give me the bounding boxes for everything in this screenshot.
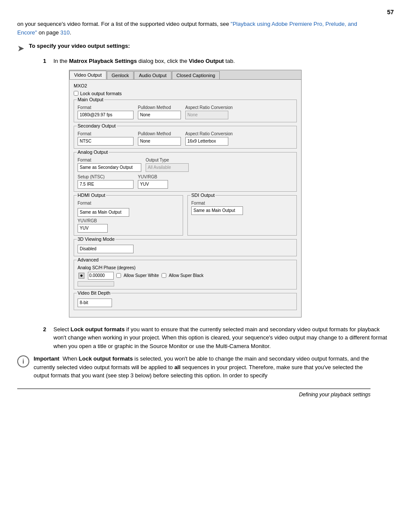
mxo2-label: MXO2 xyxy=(74,83,297,88)
analog-output-type-col: Output Type All Available xyxy=(146,158,189,172)
analog-format-select[interactable]: Same as Secondary Output xyxy=(78,163,141,172)
analog-setup-col: Setup (NTSC) 7.5 IRE xyxy=(78,174,134,189)
hdmi-format-label: Format xyxy=(78,201,179,205)
advanced-row: ◆ Allow Super White Allow Super Black xyxy=(78,272,293,280)
sc-h-slider[interactable] xyxy=(78,281,114,286)
lock-output-checkbox[interactable] xyxy=(74,91,78,96)
secondary-format-select[interactable]: NTSC xyxy=(78,137,134,146)
allow-super-white-checkbox[interactable] xyxy=(116,273,121,278)
sdi-output-section: SDI Output Format Same as Main Output xyxy=(187,195,297,236)
main-aspect-select[interactable]: None xyxy=(185,111,228,119)
secondary-format-col: Format NTSC xyxy=(78,131,134,146)
info-icon: i xyxy=(17,355,29,367)
main-format-label: Format xyxy=(78,105,134,110)
arrow-instruction: ➤ To specify your video output settings: xyxy=(17,43,394,53)
viewing-3d-section: 3D Viewing Mode Disabled xyxy=(74,239,297,256)
main-format-col: Format 1080i@29.97 fps xyxy=(78,105,134,119)
secondary-output-title: Secondary Output xyxy=(77,123,117,128)
secondary-pulldown-col: Pulldown Method None xyxy=(138,131,181,146)
secondary-aspect-label: Aspect Ratio Conversion xyxy=(185,131,233,136)
analog-output-type-select[interactable]: All Available xyxy=(146,163,189,172)
tab-genlock[interactable]: Genlock xyxy=(107,71,134,79)
important-block: i Important When Lock output formats is … xyxy=(17,355,371,380)
hdmi-format-col: Format Same as Main Output xyxy=(78,201,179,217)
main-pulldown-select[interactable]: None xyxy=(138,111,181,119)
hdmi-output-section: HDMI Output Format Same as Main Output xyxy=(74,195,183,236)
allow-super-white-label: Allow Super White xyxy=(124,273,159,278)
secondary-format-label: Format xyxy=(78,131,134,136)
important-text: Important When Lock output formats is se… xyxy=(34,355,371,380)
analog-output-section: Analog Output Format Same as Secondary O… xyxy=(74,152,297,192)
sdi-format-col: Format Same as Main Output xyxy=(191,201,293,215)
video-bit-depth-select[interactable]: 8-bit xyxy=(78,299,112,307)
sdi-format-select[interactable]: Same as Main Output xyxy=(191,206,243,215)
allow-super-black-label: Allow Super Black xyxy=(169,273,204,278)
main-format-select[interactable]: 1080i@29.97 fps xyxy=(78,111,134,119)
footer-line: Defining your playback settings xyxy=(17,389,371,398)
analog-yuv-label: YUV/RGB xyxy=(138,174,168,179)
video-bit-depth-section: Video Bit Depth 8-bit xyxy=(74,293,297,310)
analog-yuv-col: YUV/RGB YUV xyxy=(138,174,168,189)
page-link[interactable]: 310 xyxy=(60,29,70,36)
video-bit-depth-title: Video Bit Depth xyxy=(77,290,111,296)
step-1: 1 In the Matrox Playback Settings dialog… xyxy=(43,57,394,65)
instruction-text: To specify your video output settings: xyxy=(29,43,130,49)
secondary-pulldown-select[interactable]: None xyxy=(138,137,181,146)
step-2-text: Select Lock output formats if you want t… xyxy=(53,325,394,351)
step-1-text: In the Matrox Playback Settings dialog b… xyxy=(53,57,235,65)
sdi-title: SDI Output xyxy=(190,193,215,198)
advanced-sc-label: Analog SC/H Phase (degrees) xyxy=(78,265,293,270)
advanced-title: Advanced xyxy=(77,257,100,262)
footer-text: Defining your playback settings xyxy=(299,392,371,398)
hdmi-yuv-col: YUV/RGB YUV xyxy=(78,218,179,233)
viewing-3d-title: 3D Viewing Mode xyxy=(77,236,115,242)
reset-button[interactable]: ◆ xyxy=(78,273,84,279)
analog-output-type-label: Output Type xyxy=(146,158,189,162)
analog-format-label: Format xyxy=(78,158,141,162)
secondary-aspect-col: Aspect Ratio Conversion 16x9 Letterbox xyxy=(185,131,233,146)
secondary-output-section: Secondary Output Format NTSC Pulldown Me… xyxy=(74,126,297,149)
lock-output-row: Lock output formats xyxy=(74,91,297,96)
step-2-num: 2 xyxy=(43,325,50,351)
page-number: 57 xyxy=(17,9,394,16)
main-aspect-col: Aspect Ratio Conversion None xyxy=(185,105,233,119)
sdi-format-label: Format xyxy=(191,201,293,205)
main-output-title: Main Output xyxy=(77,97,104,102)
dialog-box: Video Output Genlock Audio Output Closed… xyxy=(69,70,302,317)
sc-h-input[interactable] xyxy=(88,272,114,280)
lock-output-label: Lock output formats xyxy=(80,91,122,96)
main-pulldown-col: Pulldown Method None xyxy=(138,105,181,119)
dialog-tabs: Video Output Genlock Audio Output Closed… xyxy=(69,70,301,80)
hdmi-yuv-select[interactable]: YUV xyxy=(78,224,108,233)
analog-format-col: Format Same as Secondary Output xyxy=(78,158,141,172)
step-1-num: 1 xyxy=(43,57,50,65)
analog-output-title: Analog Output xyxy=(77,149,109,155)
tab-video-output[interactable]: Video Output xyxy=(69,71,106,79)
step-2: 2 Select Lock output formats if you want… xyxy=(43,325,394,351)
hdmi-title: HDMI Output xyxy=(77,193,106,198)
analog-setup-label: Setup (NTSC) xyxy=(78,174,134,179)
secondary-pulldown-label: Pulldown Method xyxy=(138,131,181,136)
main-aspect-label: Aspect Ratio Conversion xyxy=(185,105,233,110)
secondary-aspect-select[interactable]: 16x9 Letterbox xyxy=(185,137,228,146)
dialog-body: MXO2 Lock output formats Main Output For… xyxy=(69,80,301,317)
main-output-section: Main Output Format 1080i@29.97 fps Pulld… xyxy=(74,100,297,122)
tab-closed-captioning[interactable]: Closed Captioning xyxy=(172,71,220,79)
analog-setup-select[interactable]: 7.5 IRE xyxy=(78,180,134,189)
viewing-3d-select[interactable]: Disabled xyxy=(78,245,134,253)
hdmi-format-select[interactable]: Same as Main Output xyxy=(78,208,129,217)
hdmi-sdi-row: HDMI Output Format Same as Main Output xyxy=(74,195,297,236)
allow-super-black-checkbox[interactable] xyxy=(162,273,166,278)
body-text-1: on your sequence's video format. For a l… xyxy=(17,20,371,37)
advanced-section: Advanced Analog SC/H Phase (degrees) ◆ A… xyxy=(74,260,297,289)
analog-yuv-select[interactable]: YUV xyxy=(138,180,168,189)
hdmi-yuv-label: YUV/RGB xyxy=(78,218,179,223)
tab-audio-output[interactable]: Audio Output xyxy=(134,71,171,79)
arrow-icon: ➤ xyxy=(17,43,25,53)
main-pulldown-label: Pulldown Method xyxy=(138,105,181,110)
